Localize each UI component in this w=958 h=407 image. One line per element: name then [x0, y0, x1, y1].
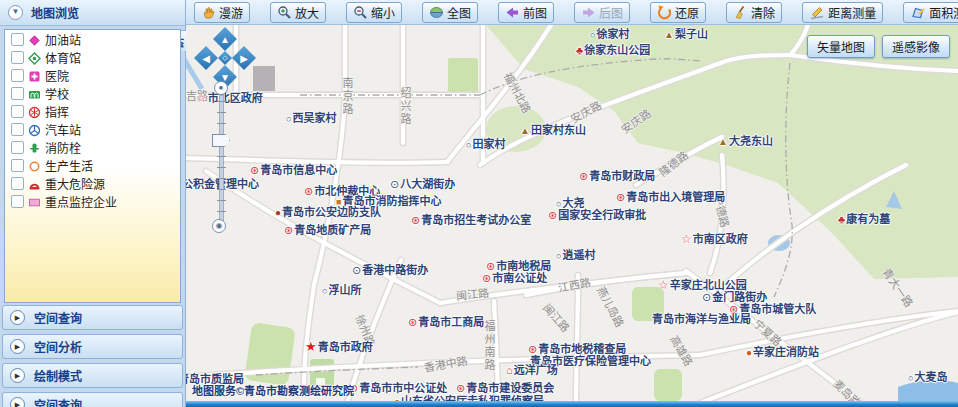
undo-icon [657, 5, 672, 20]
accordion-label: 空间分析 [34, 338, 82, 355]
basemap-switcher: 矢量地图遥感影像 [807, 35, 950, 58]
layer-checkbox[interactable] [11, 69, 24, 82]
legend-row: 重点监控企业 [5, 192, 180, 210]
pan-center-button[interactable]: ◇ [218, 51, 232, 65]
roam-button[interactable]: 漫游 [194, 2, 250, 23]
expand-arrow-icon: ▶ [10, 310, 25, 325]
zoom-slider-track[interactable] [219, 95, 224, 221]
map-toolbar: 漫游放大缩小全图前图后图还原清除距离测量面积测量图例 [186, 0, 958, 25]
expand-arrow-icon: ▶ [10, 368, 25, 383]
distance-measure-button[interactable]: 距离测量 [802, 2, 883, 23]
legend-label: 重点监控企业 [45, 193, 117, 210]
sidebar-header[interactable]: ▼ 地图浏览 [0, 0, 185, 26]
vector-map-button[interactable]: 矢量地图 [807, 35, 875, 58]
full-extent-button[interactable]: 全图 [422, 2, 478, 23]
layer-checkbox[interactable] [11, 195, 24, 208]
layer-checkbox[interactable] [11, 159, 24, 172]
layer-checkbox[interactable] [11, 33, 24, 46]
zoom-tick [217, 200, 226, 201]
accordion-spatial-analysis[interactable]: ▶空间分析 [2, 334, 183, 359]
enterprise-icon [28, 195, 41, 208]
toolbar-button-label: 前图 [523, 4, 547, 21]
pan-compass: ▲ ◀ ▶ ▼ ◇ [194, 27, 256, 89]
accordion-label: 空间查询 [34, 309, 82, 326]
legend-row: 医院 [5, 66, 180, 84]
toolbar-button-label: 面积测量 [929, 4, 958, 21]
gymnasium-icon [28, 51, 41, 64]
zoom-in-slider-button[interactable]: ● [214, 81, 228, 95]
expand-arrow-icon: ▶ [10, 339, 25, 354]
toolbar-button-label: 全图 [447, 4, 471, 21]
zoom-in-button[interactable]: 放大 [270, 2, 326, 23]
toolbar-button-label: 还原 [675, 4, 699, 21]
legend-label: 学校 [45, 85, 69, 102]
arrow-right-icon [581, 6, 596, 19]
zoom-tick [217, 178, 226, 179]
production-icon [28, 159, 41, 172]
toolbar-button-label: 距离测量 [828, 4, 876, 21]
main-area: 漫游放大缩小全图前图后图还原清除距离测量面积测量图例 [186, 0, 958, 407]
zoom-tick [217, 167, 226, 168]
legend-row: 重大危险源 [5, 174, 180, 192]
zoom-out-slider-button[interactable]: ◉ [212, 219, 226, 233]
pan-right-button[interactable]: ▶ [232, 46, 256, 70]
pan-left-button[interactable]: ◀ [194, 46, 218, 70]
ruler-icon [809, 5, 825, 20]
map-attribution: 地图服务©青岛市勘察测绘研究院 [192, 382, 354, 398]
sidebar-title: 地图浏览 [31, 4, 79, 21]
layer-checkbox[interactable] [11, 51, 24, 64]
zoom-out-button[interactable]: 缩小 [346, 2, 402, 23]
accordion-label: 空间查询 [34, 396, 82, 407]
legend-label: 生产生活 [45, 157, 93, 174]
sidebar-accordions: ▶空间查询▶空间分析▶绘制模式▶空间查询 [2, 305, 183, 407]
basemap-graphics [186, 25, 958, 407]
clear-button[interactable]: 清除 [726, 2, 782, 23]
zoom-out-icon [353, 5, 368, 20]
accordion-draw-mode[interactable]: ▶绘制模式 [2, 363, 183, 388]
accordion-spatial-query[interactable]: ▶空间查询 [2, 305, 183, 330]
zoom-tick [217, 211, 226, 212]
layer-checkbox[interactable] [11, 87, 24, 100]
legend-row: 生产生活 [5, 156, 180, 174]
accordion-label: 绘制模式 [34, 367, 82, 384]
zoom-slider: ● ◉ [206, 81, 236, 231]
window-bottom-bar [186, 401, 958, 407]
previous-view-button[interactable]: 前图 [498, 2, 554, 23]
legend-label: 加油站 [45, 31, 81, 48]
next-view-button[interactable]: 后图 [574, 2, 630, 23]
layer-checkbox[interactable] [11, 123, 24, 136]
toolbar-button-label: 漫游 [219, 4, 243, 21]
toolbar-button-label: 放大 [295, 4, 319, 21]
hand-icon [201, 5, 216, 20]
toolbar-button-label: 缩小 [371, 4, 395, 21]
restore-button[interactable]: 还原 [650, 2, 706, 23]
expand-arrow-icon: ▶ [10, 397, 25, 407]
layer-control-panel: 加油站体育馆医院学校指挥汽车站消防栓生产生活重大危险源重点监控企业 [4, 29, 181, 303]
command-icon [28, 105, 41, 118]
accordion-spatial-query-2[interactable]: ▶空间查询 [2, 392, 183, 407]
collapse-panel-icon[interactable]: ▼ [8, 5, 23, 20]
layer-checkbox[interactable] [11, 141, 24, 154]
remote-sensing-button[interactable]: 遥感影像 [882, 35, 950, 58]
hospital-icon [28, 69, 41, 82]
arrow-left-icon [505, 6, 520, 19]
zoom-tick [217, 112, 226, 113]
area-measure-button[interactable]: 面积测量 [903, 2, 958, 23]
map-canvas[interactable]: 南京路绍兴路安庆路安庆路福州北路吉路隆德路宁德路闽江路闽江路江西路燕儿岛路福州南… [186, 25, 958, 407]
zoom-in-icon [277, 5, 292, 20]
area-icon [910, 5, 926, 20]
layer-checkbox[interactable] [11, 105, 24, 118]
layer-checkbox[interactable] [11, 177, 24, 190]
gis-application-window: ▼ 地图浏览 地图书签图层控制地图状态 加油站体育馆医院学校指挥汽车站消防栓生产… [0, 0, 958, 407]
toolbar-button-label: 后图 [599, 4, 623, 21]
legend-label: 重大危险源 [45, 175, 105, 192]
zoom-tick [217, 156, 226, 157]
pan-up-button[interactable]: ▲ [213, 27, 237, 51]
zoom-slider-handle[interactable] [212, 134, 230, 147]
legend-label: 体育馆 [45, 49, 81, 66]
legend-label: 消防栓 [45, 139, 81, 156]
legend-row: 汽车站 [5, 120, 180, 138]
legend-row: 学校 [5, 84, 180, 102]
school-icon [28, 87, 41, 100]
legend-row: 加油站 [5, 30, 180, 48]
